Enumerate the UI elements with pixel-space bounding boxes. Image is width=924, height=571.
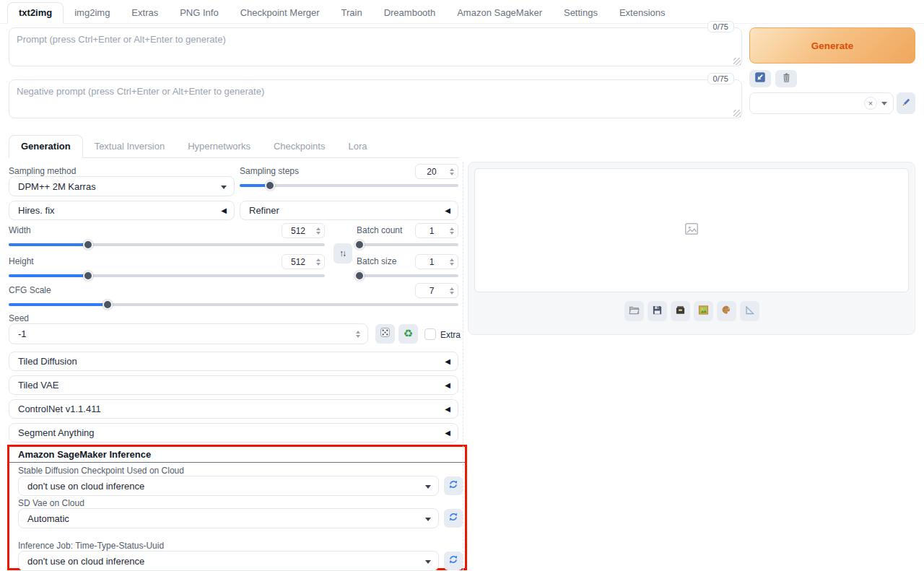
triangle-ruler-icon bbox=[744, 305, 755, 318]
inference-job-dropdown[interactable]: don't use on cloud inference bbox=[18, 551, 439, 571]
refiner-accordion[interactable]: Refiner ◀ bbox=[240, 201, 458, 220]
accordion-collapsed-icon: ◀ bbox=[221, 206, 227, 214]
batch-count-slider[interactable] bbox=[357, 240, 458, 250]
tab-txt2img[interactable]: txt2img bbox=[7, 2, 64, 24]
batch-count-input[interactable]: 1 bbox=[415, 223, 458, 238]
cfg-scale-slider[interactable] bbox=[9, 300, 458, 310]
batch-size-slider[interactable] bbox=[357, 271, 458, 281]
send-to-inpaint-button[interactable] bbox=[717, 301, 736, 321]
hires-fix-accordion[interactable]: Hires. fix ◀ bbox=[9, 201, 235, 220]
sampling-steps-label: Sampling steps bbox=[240, 166, 299, 176]
reuse-seed-button[interactable]: ♻ bbox=[398, 324, 418, 344]
resize-grip-icon[interactable] bbox=[733, 110, 741, 117]
tab-png-info[interactable]: PNG Info bbox=[169, 3, 229, 23]
slider-knob[interactable] bbox=[83, 271, 93, 281]
slider-knob[interactable] bbox=[83, 240, 93, 250]
tab-train[interactable]: Train bbox=[331, 3, 373, 23]
width-slider[interactable] bbox=[9, 240, 325, 250]
stepper-arrows-icon[interactable] bbox=[314, 258, 324, 266]
slider-track bbox=[9, 303, 458, 306]
batch-size-value: 1 bbox=[416, 257, 448, 267]
palette-icon bbox=[721, 305, 732, 318]
slider-knob[interactable] bbox=[265, 180, 275, 191]
stepper-arrows-icon[interactable] bbox=[448, 287, 458, 295]
tab-checkpoint-merger[interactable]: Checkpoint Merger bbox=[230, 3, 331, 23]
column-divider bbox=[463, 162, 463, 570]
stepper-arrows-icon[interactable] bbox=[314, 227, 324, 235]
stepper-arrows-icon[interactable] bbox=[448, 227, 458, 235]
sampling-steps-slider[interactable] bbox=[240, 180, 458, 191]
swap-arrows-icon: ↑↓ bbox=[339, 248, 345, 258]
prompt-input[interactable] bbox=[9, 27, 742, 66]
paste-generation-params-button[interactable] bbox=[749, 70, 771, 87]
refresh-vae-button[interactable] bbox=[444, 509, 463, 528]
seed-input[interactable]: -1 bbox=[9, 323, 368, 344]
prompt-container: 0/75 bbox=[9, 27, 742, 66]
width-input[interactable]: 512 bbox=[282, 223, 325, 238]
tiled-vae-accordion[interactable]: Tiled VAE ◀ bbox=[9, 375, 458, 395]
sagemaker-inference-section: Amazon SageMaker Inference Stable Diffus… bbox=[7, 445, 467, 570]
inference-job-label: Inference Job: Time-Type-Status-Uuid bbox=[18, 541, 164, 551]
save-zip-button[interactable] bbox=[671, 301, 690, 321]
edit-styles-button[interactable] bbox=[897, 92, 915, 114]
negative-prompt-input[interactable] bbox=[9, 79, 742, 118]
accordion-collapsed-icon: ◀ bbox=[445, 405, 450, 413]
folder-icon bbox=[629, 305, 640, 318]
save-image-button[interactable] bbox=[648, 301, 667, 321]
tab-dreambooth[interactable]: Dreambooth bbox=[373, 3, 447, 23]
negative-prompt-token-counter: 0/75 bbox=[707, 73, 734, 84]
stepper-arrows-icon[interactable] bbox=[353, 331, 363, 338]
tab-extensions[interactable]: Extensions bbox=[609, 3, 676, 23]
controlnet-accordion[interactable]: ControlNet v1.1.411 ◀ bbox=[9, 399, 458, 419]
slider-knob[interactable] bbox=[354, 271, 365, 281]
width-label: Width bbox=[9, 225, 31, 235]
batch-size-input[interactable]: 1 bbox=[415, 254, 458, 269]
clear-styles-icon[interactable]: × bbox=[864, 97, 877, 110]
image-placeholder-icon bbox=[684, 221, 699, 240]
output-image-area[interactable] bbox=[474, 168, 909, 292]
sampling-method-label: Sampling method bbox=[9, 166, 76, 176]
batch-count-value: 1 bbox=[416, 226, 448, 236]
stepper-arrows-icon[interactable] bbox=[448, 168, 458, 175]
open-output-folder-button[interactable] bbox=[624, 301, 644, 321]
txt2img-page: txt2img img2img Extras PNG Info Checkpoi… bbox=[0, 0, 924, 571]
chevron-down-icon bbox=[425, 518, 431, 521]
refresh-icon bbox=[448, 554, 458, 567]
main-tab-bar: txt2img img2img Extras PNG Info Checkpoi… bbox=[0, 4, 924, 24]
stepper-arrows-icon[interactable] bbox=[448, 258, 458, 266]
sd-vae-cloud-dropdown[interactable]: Automatic bbox=[18, 508, 439, 528]
sd-checkpoint-cloud-value: don't use on cloud inference bbox=[27, 481, 144, 492]
send-to-img2img-button[interactable] bbox=[694, 301, 713, 321]
height-slider[interactable] bbox=[9, 271, 325, 281]
sampling-method-value: DPM++ 2M Karras bbox=[18, 181, 96, 192]
generate-column: Generate × bbox=[749, 27, 915, 64]
tab-img2img[interactable]: img2img bbox=[64, 3, 121, 23]
tab-settings[interactable]: Settings bbox=[553, 3, 609, 23]
sampling-method-dropdown[interactable]: DPM++ 2M Karras bbox=[9, 176, 235, 196]
resize-grip-icon[interactable] bbox=[733, 58, 741, 65]
segment-anything-accordion[interactable]: Segment Anything ◀ bbox=[9, 423, 458, 443]
slider-knob[interactable] bbox=[354, 240, 365, 250]
slider-knob[interactable] bbox=[103, 300, 113, 310]
sampling-steps-input[interactable]: 20 bbox=[415, 164, 458, 179]
height-input[interactable]: 512 bbox=[282, 254, 325, 269]
extra-seed-checkbox[interactable] bbox=[424, 328, 436, 340]
width-value: 512 bbox=[282, 226, 314, 236]
send-to-extras-button[interactable] bbox=[740, 301, 759, 321]
clear-prompt-button[interactable] bbox=[775, 70, 797, 87]
cfg-scale-input[interactable]: 7 bbox=[415, 283, 458, 298]
refresh-checkpoints-button[interactable] bbox=[444, 476, 463, 495]
refresh-inference-jobs-button[interactable] bbox=[444, 552, 463, 570]
tab-amazon-sagemaker[interactable]: Amazon SageMaker bbox=[446, 3, 553, 23]
refiner-label: Refiner bbox=[249, 205, 279, 216]
styles-dropdown[interactable]: × bbox=[749, 92, 894, 114]
tiled-diffusion-accordion[interactable]: Tiled Diffusion ◀ bbox=[9, 352, 458, 371]
generate-button[interactable]: Generate bbox=[749, 27, 915, 64]
swap-dimensions-button[interactable]: ↑↓ bbox=[334, 243, 352, 263]
chevron-down-icon bbox=[221, 186, 227, 189]
tab-extras[interactable]: Extras bbox=[121, 3, 169, 23]
sd-checkpoint-cloud-label: Stable Diffusion Checkpoint Used on Clou… bbox=[18, 466, 184, 476]
floppy-disk-icon bbox=[652, 305, 663, 318]
sd-checkpoint-cloud-dropdown[interactable]: don't use on cloud inference bbox=[18, 476, 439, 496]
random-seed-button[interactable] bbox=[375, 324, 395, 344]
